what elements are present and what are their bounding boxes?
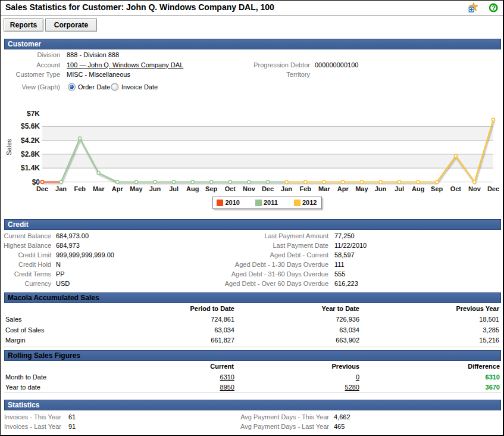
svg-text:Feb: Feb (74, 185, 86, 192)
svg-text:Dec: Dec (487, 185, 499, 192)
svg-text:Aug: Aug (186, 185, 199, 192)
svg-text:Sales: Sales (5, 139, 12, 155)
svg-text:Apr: Apr (337, 185, 349, 192)
svg-text:$2.8K: $2.8K (21, 150, 40, 158)
svg-text:$1.4K: $1.4K (21, 164, 40, 172)
svg-text:Jun: Jun (375, 185, 387, 192)
svg-text:Oct: Oct (225, 185, 236, 192)
svg-text:Jul: Jul (395, 185, 404, 192)
svg-text:?: ? (492, 4, 496, 11)
svg-text:Dec: Dec (36, 185, 48, 192)
svg-text:Jan: Jan (281, 185, 292, 192)
svg-text:Sep: Sep (205, 185, 217, 192)
svg-text:Aug: Aug (412, 185, 424, 192)
svg-text:Mar: Mar (318, 185, 330, 192)
svg-text:Mar: Mar (93, 185, 105, 192)
svg-text:Jul: Jul (169, 185, 179, 192)
svg-text:$7K: $7K (27, 110, 40, 118)
svg-text:May: May (355, 185, 368, 192)
svg-text:$4.2K: $4.2K (21, 136, 40, 145)
svg-text:$5.6K: $5.6K (21, 122, 40, 130)
svg-text:Feb: Feb (299, 185, 311, 192)
svg-text:Nov: Nov (243, 185, 256, 192)
svg-text:Dec: Dec (262, 185, 274, 192)
svg-text:Apr: Apr (112, 185, 124, 192)
svg-text:Oct: Oct (450, 185, 462, 192)
svg-text:Nov: Nov (468, 185, 481, 192)
svg-text:May: May (130, 185, 143, 192)
svg-text:Jun: Jun (149, 185, 161, 192)
svg-text:Sep: Sep (431, 185, 443, 192)
svg-text:Jan: Jan (55, 185, 67, 192)
